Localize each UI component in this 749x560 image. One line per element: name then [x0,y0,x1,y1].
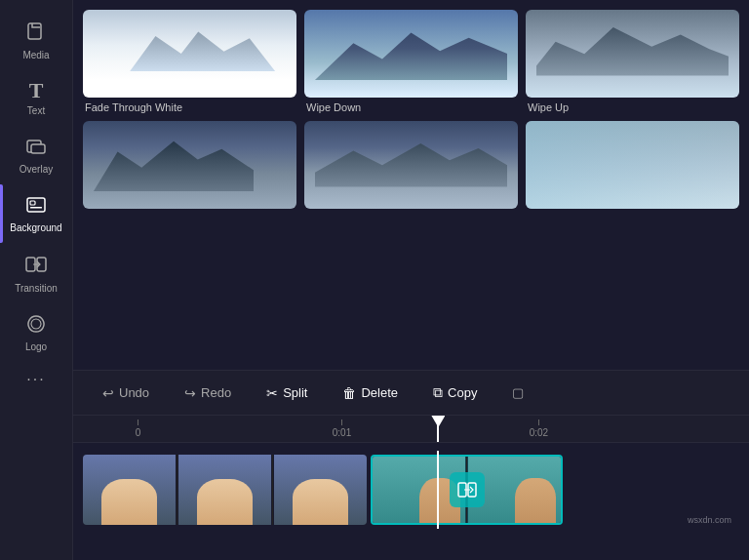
sidebar-item-label-overlay: Overlay [20,164,53,175]
transition-clip-icon [450,472,485,507]
media-item-wipe-up[interactable]: Wipe Up [526,10,739,113]
media-item-fade-white[interactable]: Fade Through White [83,10,296,113]
sidebar-item-label-text: Text [27,105,45,116]
undo-button[interactable]: ↩ Undo [89,380,163,407]
more-icon: ▢ [512,385,524,400]
label-fade-white: Fade Through White [83,101,296,113]
split-button[interactable]: ✂ Split [253,380,321,407]
ruler-mark-label-2: 0:02 [530,427,548,438]
logo-icon [25,313,47,338]
timeline-area: 0 0:01 0:02 [73,416,749,560]
thumbnail-lower-left[interactable] [83,121,296,209]
timeline-ruler: 0 0:01 0:02 [73,416,749,443]
sidebar-item-label-background: Background [10,222,61,233]
transition-icon [24,253,48,279]
thumbnail-lower-mid[interactable] [304,121,518,209]
undo-label: Undo [119,385,149,400]
sidebar-item-label-transition: Transition [15,283,58,294]
label-wipe-down: Wipe Down [304,101,518,113]
delete-label: Delete [361,385,398,400]
sidebar-item-text[interactable]: T Text [0,70,72,126]
overlay-icon [25,136,47,160]
video-track: wsxdn.com [83,451,739,529]
svg-rect-4 [30,201,35,205]
svg-rect-0 [28,23,41,39]
redo-icon: ↪ [184,385,196,401]
video-frame-2 [178,455,271,525]
media-grid-area: Fade Through White Wipe Down Wipe Up [73,0,749,370]
split-label: Split [283,385,307,400]
text-icon: T [29,80,44,101]
sidebar: Media T Text Overlay Background [0,0,73,560]
frame-separator-2 [272,455,273,525]
video-frame-3 [274,455,367,525]
ruler-mark-2: 0:02 [530,420,548,438]
ruler-mark-0: 0 [136,420,141,438]
timeline-tracks: wsxdn.com [73,443,749,560]
label-wipe-up: Wipe Up [526,101,739,113]
watermark: wsxdn.com [688,515,731,525]
copy-button[interactable]: ⧉ Copy [419,379,491,407]
thumbnail-fade-white[interactable] [83,10,296,98]
delete-button[interactable]: 🗑 Delete [329,380,412,407]
more-icon: ··· [26,372,45,387]
media-grid: Fade Through White Wipe Down Wipe Up [83,10,739,213]
copy-icon: ⧉ [433,384,443,401]
redo-label: Redo [201,385,231,400]
ruler-marks: 0 0:01 0:02 [83,416,739,442]
copy-label: Copy [448,385,477,400]
sidebar-item-media[interactable]: Media [0,12,72,70]
media-item-lower-right[interactable] [526,121,739,213]
split-icon: ✂ [266,385,278,401]
delete-icon: 🗑 [342,385,356,401]
undo-icon: ↩ [102,385,114,401]
sidebar-item-logo[interactable]: Logo [0,303,72,362]
sidebar-item-label-logo: Logo [25,341,47,352]
svg-rect-5 [30,207,42,209]
more-button[interactable]: ▢ [498,380,537,406]
background-icon [25,194,47,219]
clip-before[interactable] [83,455,367,525]
thumbnail-lower-right[interactable] [526,121,739,209]
svg-rect-2 [31,144,45,153]
thumbnail-wipe-up[interactable] [526,10,739,98]
ruler-mark-1: 0:01 [333,420,351,438]
ruler-mark-label-0: 0 [136,427,141,438]
video-frame-1 [83,455,176,525]
media-item-lower-mid[interactable] [304,121,518,213]
main-content: Fade Through White Wipe Down Wipe Up [73,0,749,560]
sidebar-item-overlay[interactable]: Overlay [0,126,72,184]
media-item-wipe-down[interactable]: Wipe Down [304,10,518,113]
playhead-stem-ruler [437,416,439,442]
sidebar-item-more[interactable]: ··· [0,362,72,397]
ruler-playhead [437,416,439,442]
ruler-mark-label-1: 0:01 [333,427,351,438]
svg-rect-3 [27,198,45,212]
toolbar: ↩ Undo ↪ Redo ✂ Split 🗑 Delete ⧉ Copy ▢ [73,370,749,416]
media-item-lower-left[interactable] [83,121,296,213]
sidebar-item-label-media: Media [22,50,49,60]
sidebar-item-background[interactable]: Background [0,184,72,243]
redo-button[interactable]: ↪ Redo [171,380,245,407]
clip-after[interactable] [371,455,563,525]
thumbnail-wipe-down[interactable] [304,10,518,98]
media-icon [25,21,47,46]
frame-separator-1 [177,455,177,525]
sidebar-item-transition[interactable]: Transition [0,243,72,303]
